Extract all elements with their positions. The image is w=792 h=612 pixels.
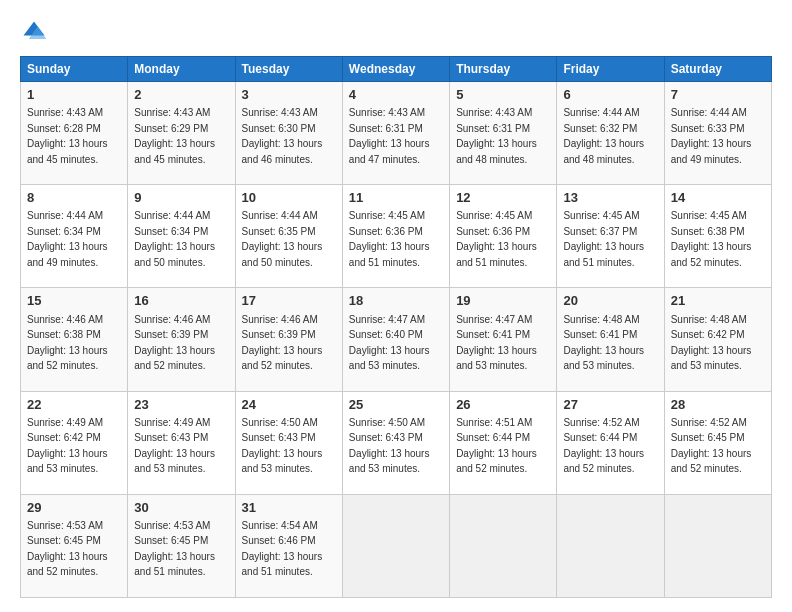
calendar-cell: 30 Sunrise: 4:53 AMSunset: 6:45 PMDaylig… (128, 494, 235, 597)
day-number: 10 (242, 189, 336, 207)
week-row-3: 15 Sunrise: 4:46 AMSunset: 6:38 PMDaylig… (21, 288, 772, 391)
day-number: 28 (671, 396, 765, 414)
day-info: Sunrise: 4:47 AMSunset: 6:40 PMDaylight:… (349, 314, 430, 372)
day-number: 18 (349, 292, 443, 310)
calendar-cell: 13 Sunrise: 4:45 AMSunset: 6:37 PMDaylig… (557, 185, 664, 288)
day-number: 16 (134, 292, 228, 310)
day-number: 25 (349, 396, 443, 414)
day-info: Sunrise: 4:48 AMSunset: 6:41 PMDaylight:… (563, 314, 644, 372)
calendar-cell: 11 Sunrise: 4:45 AMSunset: 6:36 PMDaylig… (342, 185, 449, 288)
week-row-1: 1 Sunrise: 4:43 AMSunset: 6:28 PMDayligh… (21, 82, 772, 185)
header (20, 18, 772, 46)
day-number: 2 (134, 86, 228, 104)
calendar-cell: 20 Sunrise: 4:48 AMSunset: 6:41 PMDaylig… (557, 288, 664, 391)
column-header-saturday: Saturday (664, 57, 771, 82)
day-number: 6 (563, 86, 657, 104)
day-number: 3 (242, 86, 336, 104)
column-header-friday: Friday (557, 57, 664, 82)
day-number: 11 (349, 189, 443, 207)
day-number: 9 (134, 189, 228, 207)
calendar-cell: 4 Sunrise: 4:43 AMSunset: 6:31 PMDayligh… (342, 82, 449, 185)
calendar-cell: 10 Sunrise: 4:44 AMSunset: 6:35 PMDaylig… (235, 185, 342, 288)
calendar-cell (342, 494, 449, 597)
day-number: 14 (671, 189, 765, 207)
calendar-cell: 16 Sunrise: 4:46 AMSunset: 6:39 PMDaylig… (128, 288, 235, 391)
day-number: 4 (349, 86, 443, 104)
week-row-5: 29 Sunrise: 4:53 AMSunset: 6:45 PMDaylig… (21, 494, 772, 597)
day-number: 26 (456, 396, 550, 414)
day-info: Sunrise: 4:45 AMSunset: 6:36 PMDaylight:… (456, 210, 537, 268)
day-info: Sunrise: 4:44 AMSunset: 6:32 PMDaylight:… (563, 107, 644, 165)
calendar-cell: 31 Sunrise: 4:54 AMSunset: 6:46 PMDaylig… (235, 494, 342, 597)
day-number: 27 (563, 396, 657, 414)
day-number: 21 (671, 292, 765, 310)
day-number: 24 (242, 396, 336, 414)
calendar-cell: 21 Sunrise: 4:48 AMSunset: 6:42 PMDaylig… (664, 288, 771, 391)
calendar-cell: 22 Sunrise: 4:49 AMSunset: 6:42 PMDaylig… (21, 391, 128, 494)
day-number: 19 (456, 292, 550, 310)
calendar-table: SundayMondayTuesdayWednesdayThursdayFrid… (20, 56, 772, 598)
column-header-monday: Monday (128, 57, 235, 82)
calendar-cell: 8 Sunrise: 4:44 AMSunset: 6:34 PMDayligh… (21, 185, 128, 288)
calendar-body: 1 Sunrise: 4:43 AMSunset: 6:28 PMDayligh… (21, 82, 772, 598)
calendar-cell: 5 Sunrise: 4:43 AMSunset: 6:31 PMDayligh… (450, 82, 557, 185)
page: SundayMondayTuesdayWednesdayThursdayFrid… (0, 0, 792, 612)
calendar-cell: 26 Sunrise: 4:51 AMSunset: 6:44 PMDaylig… (450, 391, 557, 494)
calendar-cell: 28 Sunrise: 4:52 AMSunset: 6:45 PMDaylig… (664, 391, 771, 494)
calendar-cell: 25 Sunrise: 4:50 AMSunset: 6:43 PMDaylig… (342, 391, 449, 494)
day-number: 5 (456, 86, 550, 104)
day-info: Sunrise: 4:46 AMSunset: 6:39 PMDaylight:… (134, 314, 215, 372)
calendar-cell (557, 494, 664, 597)
day-number: 8 (27, 189, 121, 207)
calendar-cell: 1 Sunrise: 4:43 AMSunset: 6:28 PMDayligh… (21, 82, 128, 185)
day-info: Sunrise: 4:43 AMSunset: 6:31 PMDaylight:… (456, 107, 537, 165)
day-info: Sunrise: 4:54 AMSunset: 6:46 PMDaylight:… (242, 520, 323, 578)
day-info: Sunrise: 4:53 AMSunset: 6:45 PMDaylight:… (134, 520, 215, 578)
day-number: 30 (134, 499, 228, 517)
calendar-cell: 18 Sunrise: 4:47 AMSunset: 6:40 PMDaylig… (342, 288, 449, 391)
day-info: Sunrise: 4:43 AMSunset: 6:30 PMDaylight:… (242, 107, 323, 165)
day-number: 1 (27, 86, 121, 104)
column-header-row: SundayMondayTuesdayWednesdayThursdayFrid… (21, 57, 772, 82)
day-info: Sunrise: 4:45 AMSunset: 6:38 PMDaylight:… (671, 210, 752, 268)
day-info: Sunrise: 4:49 AMSunset: 6:42 PMDaylight:… (27, 417, 108, 475)
calendar-cell (664, 494, 771, 597)
day-number: 20 (563, 292, 657, 310)
day-number: 17 (242, 292, 336, 310)
day-info: Sunrise: 4:49 AMSunset: 6:43 PMDaylight:… (134, 417, 215, 475)
day-info: Sunrise: 4:43 AMSunset: 6:28 PMDaylight:… (27, 107, 108, 165)
calendar-cell: 17 Sunrise: 4:46 AMSunset: 6:39 PMDaylig… (235, 288, 342, 391)
day-info: Sunrise: 4:48 AMSunset: 6:42 PMDaylight:… (671, 314, 752, 372)
day-number: 31 (242, 499, 336, 517)
day-number: 22 (27, 396, 121, 414)
day-info: Sunrise: 4:43 AMSunset: 6:31 PMDaylight:… (349, 107, 430, 165)
calendar-cell: 19 Sunrise: 4:47 AMSunset: 6:41 PMDaylig… (450, 288, 557, 391)
day-info: Sunrise: 4:45 AMSunset: 6:36 PMDaylight:… (349, 210, 430, 268)
calendar-cell: 27 Sunrise: 4:52 AMSunset: 6:44 PMDaylig… (557, 391, 664, 494)
day-info: Sunrise: 4:44 AMSunset: 6:35 PMDaylight:… (242, 210, 323, 268)
calendar-cell (450, 494, 557, 597)
day-info: Sunrise: 4:50 AMSunset: 6:43 PMDaylight:… (242, 417, 323, 475)
day-info: Sunrise: 4:46 AMSunset: 6:38 PMDaylight:… (27, 314, 108, 372)
day-number: 29 (27, 499, 121, 517)
day-info: Sunrise: 4:43 AMSunset: 6:29 PMDaylight:… (134, 107, 215, 165)
day-number: 7 (671, 86, 765, 104)
logo-icon (20, 18, 48, 46)
day-number: 12 (456, 189, 550, 207)
calendar-cell: 9 Sunrise: 4:44 AMSunset: 6:34 PMDayligh… (128, 185, 235, 288)
calendar-cell: 24 Sunrise: 4:50 AMSunset: 6:43 PMDaylig… (235, 391, 342, 494)
column-header-tuesday: Tuesday (235, 57, 342, 82)
day-info: Sunrise: 4:53 AMSunset: 6:45 PMDaylight:… (27, 520, 108, 578)
day-info: Sunrise: 4:46 AMSunset: 6:39 PMDaylight:… (242, 314, 323, 372)
day-info: Sunrise: 4:52 AMSunset: 6:45 PMDaylight:… (671, 417, 752, 475)
week-row-2: 8 Sunrise: 4:44 AMSunset: 6:34 PMDayligh… (21, 185, 772, 288)
column-header-sunday: Sunday (21, 57, 128, 82)
day-info: Sunrise: 4:47 AMSunset: 6:41 PMDaylight:… (456, 314, 537, 372)
day-info: Sunrise: 4:50 AMSunset: 6:43 PMDaylight:… (349, 417, 430, 475)
calendar-cell: 3 Sunrise: 4:43 AMSunset: 6:30 PMDayligh… (235, 82, 342, 185)
day-info: Sunrise: 4:51 AMSunset: 6:44 PMDaylight:… (456, 417, 537, 475)
calendar-cell: 2 Sunrise: 4:43 AMSunset: 6:29 PMDayligh… (128, 82, 235, 185)
calendar-cell: 14 Sunrise: 4:45 AMSunset: 6:38 PMDaylig… (664, 185, 771, 288)
day-number: 15 (27, 292, 121, 310)
day-info: Sunrise: 4:44 AMSunset: 6:33 PMDaylight:… (671, 107, 752, 165)
